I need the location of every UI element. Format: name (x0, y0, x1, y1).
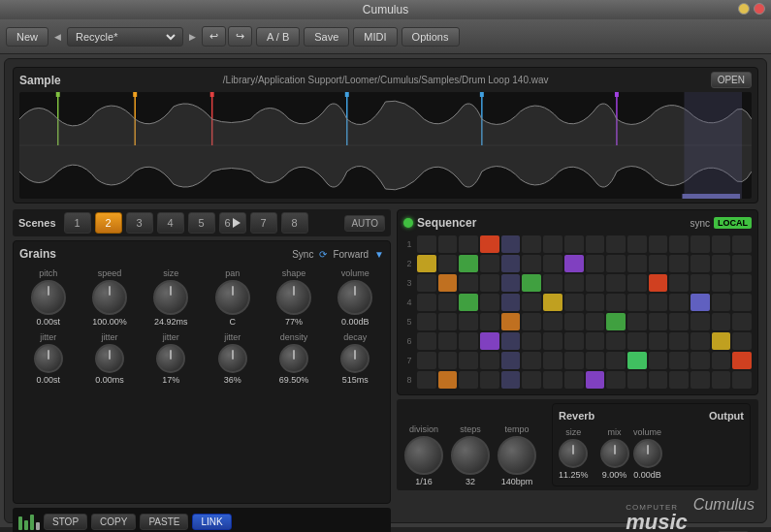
density-knob[interactable] (279, 344, 308, 373)
seq-cell[interactable] (480, 352, 499, 369)
pan-knob[interactable] (215, 280, 250, 315)
seq-cell[interactable] (649, 294, 668, 311)
seq-cell[interactable] (732, 332, 752, 350)
seq-cell[interactable] (732, 274, 752, 292)
seq-cell[interactable] (669, 332, 689, 350)
seq-cell[interactable] (459, 294, 478, 311)
seq-cell[interactable] (417, 352, 436, 369)
scene-btn-7[interactable]: 7 (250, 212, 277, 234)
seq-cell[interactable] (438, 313, 458, 330)
seq-cell[interactable] (669, 274, 689, 292)
seq-cell[interactable] (564, 313, 584, 330)
copy-button[interactable]: COPY (91, 514, 136, 530)
seq-cell[interactable] (586, 371, 605, 389)
seq-cell[interactable] (417, 294, 436, 311)
seq-cell[interactable] (586, 235, 605, 253)
seq-cell[interactable] (606, 371, 626, 389)
seq-cell[interactable] (480, 313, 499, 330)
seq-cell[interactable] (543, 313, 562, 330)
seq-cell[interactable] (606, 352, 626, 369)
seq-cell[interactable] (501, 332, 521, 350)
seq-cell[interactable] (586, 332, 605, 350)
seq-cell[interactable] (586, 294, 605, 311)
seq-cell[interactable] (564, 235, 584, 253)
pitch-knob[interactable] (31, 280, 66, 315)
seq-cell[interactable] (522, 332, 541, 350)
seq-cell[interactable] (480, 255, 499, 272)
seq-cell[interactable] (669, 255, 689, 272)
seq-cell[interactable] (691, 235, 710, 253)
seq-cell[interactable] (501, 274, 521, 292)
seq-cell[interactable] (691, 294, 710, 311)
seq-cell[interactable] (627, 235, 647, 253)
seq-cell[interactable] (480, 274, 499, 292)
seq-cell[interactable] (543, 235, 562, 253)
seq-cell[interactable] (691, 255, 710, 272)
seq-cell[interactable] (606, 294, 626, 311)
seq-cell[interactable] (522, 255, 541, 272)
seq-cell[interactable] (669, 352, 689, 369)
seq-cell[interactable] (459, 313, 478, 330)
seq-cell[interactable] (732, 313, 752, 330)
seq-cell[interactable] (417, 255, 436, 272)
seq-cell[interactable] (417, 313, 436, 330)
sync-icon[interactable]: ⟳ (319, 249, 327, 260)
seq-cell[interactable] (417, 274, 436, 292)
seq-cell[interactable] (564, 294, 584, 311)
paste-button[interactable]: PASTE (140, 514, 188, 530)
seq-cell[interactable] (669, 235, 689, 253)
new-button[interactable]: New (6, 27, 48, 47)
steps-knob[interactable] (451, 436, 490, 475)
window-controls[interactable] (738, 3, 765, 15)
seq-cell[interactable] (732, 352, 752, 369)
seq-cell[interactable] (586, 255, 605, 272)
seq-cell[interactable] (606, 313, 626, 330)
seq-cell[interactable] (606, 332, 626, 350)
seq-cell[interactable] (712, 352, 731, 369)
seq-cell[interactable] (417, 235, 436, 253)
seq-cell[interactable] (438, 371, 458, 389)
scene-btn-3[interactable]: 3 (126, 212, 153, 234)
seq-cell[interactable] (438, 352, 458, 369)
seq-cell[interactable] (627, 352, 647, 369)
seq-cell[interactable] (459, 332, 478, 350)
seq-cell[interactable] (691, 371, 710, 389)
seq-cell[interactable] (712, 313, 731, 330)
power-indicator[interactable] (403, 218, 413, 228)
seq-cell[interactable] (522, 274, 541, 292)
seq-cell[interactable] (480, 332, 499, 350)
seq-cell[interactable] (691, 274, 710, 292)
seq-cell[interactable] (627, 255, 647, 272)
seq-cell[interactable] (691, 352, 710, 369)
seq-cell[interactable] (712, 371, 731, 389)
seq-cell[interactable] (459, 235, 478, 253)
seq-cell[interactable] (732, 371, 752, 389)
seq-cell[interactable] (543, 332, 562, 350)
seq-cell[interactable] (543, 352, 562, 369)
redo-button[interactable]: ↪ (228, 26, 252, 47)
seq-cell[interactable] (691, 332, 710, 350)
jitter-pitch-knob[interactable] (34, 344, 63, 373)
decay-knob[interactable] (340, 344, 369, 373)
seq-cell[interactable] (438, 255, 458, 272)
seq-cell[interactable] (669, 294, 689, 311)
open-button[interactable]: OPEN (711, 72, 752, 88)
seq-cell[interactable] (480, 294, 499, 311)
seq-cell[interactable] (564, 274, 584, 292)
options-button[interactable]: Options (402, 27, 460, 47)
scene-btn-2[interactable]: 2 (95, 212, 122, 234)
seq-cell[interactable] (438, 274, 458, 292)
seq-cell[interactable] (712, 294, 731, 311)
seq-cell[interactable] (459, 352, 478, 369)
seq-cell[interactable] (564, 352, 584, 369)
seq-cell[interactable] (649, 235, 668, 253)
seq-cell[interactable] (564, 332, 584, 350)
volume-knob[interactable] (337, 280, 372, 315)
seq-cell[interactable] (732, 255, 752, 272)
seq-cell[interactable] (522, 371, 541, 389)
seq-cell[interactable] (627, 332, 647, 350)
seq-cell[interactable] (627, 313, 647, 330)
scene-btn-5[interactable]: 5 (188, 212, 215, 234)
auto-button[interactable]: AUTO (344, 215, 385, 232)
seq-cell[interactable] (438, 332, 458, 350)
